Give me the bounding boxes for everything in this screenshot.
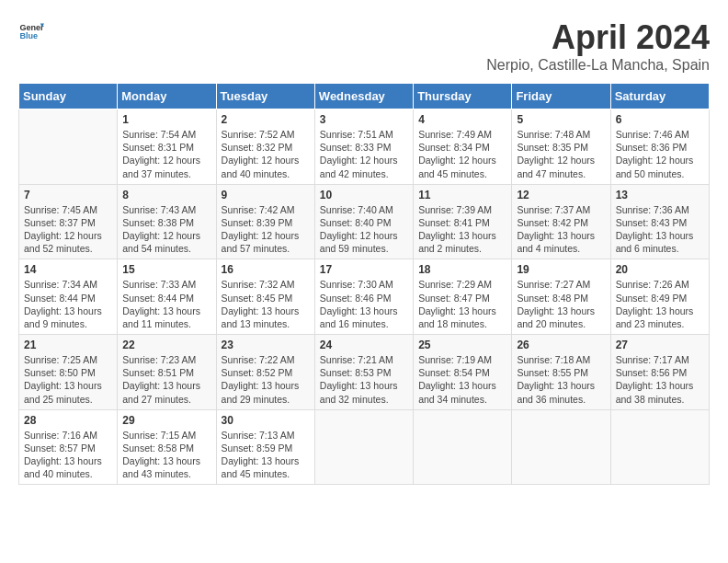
day-header-tuesday: Tuesday [216, 84, 314, 109]
day-header-monday: Monday [118, 84, 216, 109]
calendar-cell: 25Sunrise: 7:19 AM Sunset: 8:54 PM Dayli… [414, 335, 512, 410]
day-number: 15 [122, 263, 210, 276]
cell-content: Sunrise: 7:42 AM Sunset: 8:39 PM Dayligh… [222, 203, 310, 256]
calendar-week-row: 21Sunrise: 7:25 AM Sunset: 8:50 PM Dayli… [19, 335, 710, 410]
cell-content: Sunrise: 7:54 AM Sunset: 8:31 PM Dayligh… [122, 128, 210, 180]
calendar-cell: 15Sunrise: 7:33 AM Sunset: 8:44 PM Dayli… [118, 259, 216, 335]
day-header-wednesday: Wednesday [314, 84, 413, 109]
cell-content: Sunrise: 7:27 AM Sunset: 8:48 PM Dayligh… [517, 278, 605, 330]
header: General Blue April 2024 Nerpio, Castille… [18, 18, 710, 74]
day-number: 14 [24, 263, 112, 276]
day-number: 9 [222, 189, 310, 201]
day-number: 30 [222, 414, 310, 427]
day-header-sunday: Sunday [19, 84, 118, 109]
day-number: 2 [222, 113, 310, 126]
cell-content: Sunrise: 7:29 AM Sunset: 8:47 PM Dayligh… [418, 278, 506, 330]
calendar-cell [314, 409, 413, 485]
cell-content: Sunrise: 7:39 AM Sunset: 8:41 PM Dayligh… [418, 203, 506, 256]
calendar-cell: 7Sunrise: 7:45 AM Sunset: 8:37 PM Daylig… [19, 184, 118, 259]
calendar-cell: 5Sunrise: 7:48 AM Sunset: 8:35 PM Daylig… [512, 109, 610, 185]
day-number: 17 [320, 263, 408, 276]
day-number: 24 [320, 339, 408, 351]
calendar-cell: 10Sunrise: 7:40 AM Sunset: 8:40 PM Dayli… [314, 184, 413, 259]
day-number: 3 [320, 113, 408, 126]
cell-content: Sunrise: 7:36 AM Sunset: 8:43 PM Dayligh… [616, 203, 704, 256]
cell-content: Sunrise: 7:22 AM Sunset: 8:52 PM Dayligh… [222, 353, 310, 406]
day-number: 26 [517, 339, 605, 351]
calendar-cell: 13Sunrise: 7:36 AM Sunset: 8:43 PM Dayli… [610, 184, 709, 259]
cell-content: Sunrise: 7:46 AM Sunset: 8:36 PM Dayligh… [616, 128, 704, 180]
calendar-cell: 20Sunrise: 7:26 AM Sunset: 8:49 PM Dayli… [610, 259, 709, 335]
cell-content: Sunrise: 7:51 AM Sunset: 8:33 PM Dayligh… [320, 128, 408, 180]
day-number: 21 [24, 339, 112, 351]
svg-text:General: General [19, 23, 44, 32]
cell-content: Sunrise: 7:34 AM Sunset: 8:44 PM Dayligh… [24, 278, 112, 330]
day-number: 4 [418, 113, 506, 126]
days-header-row: SundayMondayTuesdayWednesdayThursdayFrid… [19, 84, 710, 109]
day-number: 5 [517, 113, 605, 126]
cell-content: Sunrise: 7:40 AM Sunset: 8:40 PM Dayligh… [320, 203, 408, 256]
day-number: 22 [122, 339, 210, 351]
calendar-cell: 8Sunrise: 7:43 AM Sunset: 8:38 PM Daylig… [118, 184, 216, 259]
logo: General Blue [18, 18, 44, 44]
cell-content: Sunrise: 7:18 AM Sunset: 8:55 PM Dayligh… [517, 353, 605, 406]
day-number: 10 [320, 189, 408, 201]
cell-content: Sunrise: 7:37 AM Sunset: 8:42 PM Dayligh… [517, 203, 605, 256]
calendar-table: SundayMondayTuesdayWednesdayThursdayFrid… [18, 83, 710, 485]
calendar-cell: 3Sunrise: 7:51 AM Sunset: 8:33 PM Daylig… [314, 109, 413, 185]
title-area: April 2024 Nerpio, Castille-La Mancha, S… [486, 18, 710, 74]
day-number: 18 [418, 263, 506, 276]
cell-content: Sunrise: 7:43 AM Sunset: 8:38 PM Dayligh… [122, 203, 210, 256]
day-number: 16 [222, 263, 310, 276]
day-number: 27 [616, 339, 704, 351]
calendar-cell: 16Sunrise: 7:32 AM Sunset: 8:45 PM Dayli… [216, 259, 314, 335]
calendar-cell [19, 109, 118, 185]
day-number: 11 [418, 189, 506, 201]
cell-content: Sunrise: 7:19 AM Sunset: 8:54 PM Dayligh… [418, 353, 506, 406]
cell-content: Sunrise: 7:30 AM Sunset: 8:46 PM Dayligh… [320, 278, 408, 330]
calendar-week-row: 1Sunrise: 7:54 AM Sunset: 8:31 PM Daylig… [19, 109, 710, 185]
calendar-cell: 23Sunrise: 7:22 AM Sunset: 8:52 PM Dayli… [216, 335, 314, 410]
calendar-cell: 2Sunrise: 7:52 AM Sunset: 8:32 PM Daylig… [216, 109, 314, 185]
calendar-cell: 19Sunrise: 7:27 AM Sunset: 8:48 PM Dayli… [512, 259, 610, 335]
cell-content: Sunrise: 7:32 AM Sunset: 8:45 PM Dayligh… [222, 278, 310, 330]
cell-content: Sunrise: 7:16 AM Sunset: 8:57 PM Dayligh… [24, 429, 112, 481]
month-title: April 2024 [486, 18, 710, 57]
cell-content: Sunrise: 7:26 AM Sunset: 8:49 PM Dayligh… [616, 278, 704, 330]
calendar-cell [512, 409, 610, 485]
cell-content: Sunrise: 7:33 AM Sunset: 8:44 PM Dayligh… [122, 278, 210, 330]
day-header-friday: Friday [512, 84, 610, 109]
day-header-saturday: Saturday [610, 84, 709, 109]
cell-content: Sunrise: 7:21 AM Sunset: 8:53 PM Dayligh… [320, 353, 408, 406]
calendar-cell [414, 409, 512, 485]
calendar-cell: 11Sunrise: 7:39 AM Sunset: 8:41 PM Dayli… [414, 184, 512, 259]
calendar-cell: 12Sunrise: 7:37 AM Sunset: 8:42 PM Dayli… [512, 184, 610, 259]
calendar-cell: 14Sunrise: 7:34 AM Sunset: 8:44 PM Dayli… [19, 259, 118, 335]
day-header-thursday: Thursday [414, 84, 512, 109]
calendar-cell: 6Sunrise: 7:46 AM Sunset: 8:36 PM Daylig… [610, 109, 709, 185]
day-number: 19 [517, 263, 605, 276]
cell-content: Sunrise: 7:49 AM Sunset: 8:34 PM Dayligh… [418, 128, 506, 180]
cell-content: Sunrise: 7:48 AM Sunset: 8:35 PM Dayligh… [517, 128, 605, 180]
day-number: 25 [418, 339, 506, 351]
calendar-week-row: 14Sunrise: 7:34 AM Sunset: 8:44 PM Dayli… [19, 259, 710, 335]
cell-content: Sunrise: 7:17 AM Sunset: 8:56 PM Dayligh… [616, 353, 704, 406]
day-number: 6 [616, 113, 704, 126]
day-number: 7 [24, 189, 112, 201]
calendar-cell: 18Sunrise: 7:29 AM Sunset: 8:47 PM Dayli… [414, 259, 512, 335]
day-number: 12 [517, 189, 605, 201]
calendar-cell: 9Sunrise: 7:42 AM Sunset: 8:39 PM Daylig… [216, 184, 314, 259]
location-title: Nerpio, Castille-La Mancha, Spain [486, 57, 710, 74]
calendar-cell: 24Sunrise: 7:21 AM Sunset: 8:53 PM Dayli… [314, 335, 413, 410]
day-number: 13 [616, 189, 704, 201]
calendar-cell: 4Sunrise: 7:49 AM Sunset: 8:34 PM Daylig… [414, 109, 512, 185]
cell-content: Sunrise: 7:15 AM Sunset: 8:58 PM Dayligh… [122, 429, 210, 481]
calendar-cell [610, 409, 709, 485]
day-number: 8 [122, 189, 210, 201]
calendar-cell: 22Sunrise: 7:23 AM Sunset: 8:51 PM Dayli… [118, 335, 216, 410]
cell-content: Sunrise: 7:25 AM Sunset: 8:50 PM Dayligh… [24, 353, 112, 406]
day-number: 29 [122, 414, 210, 427]
calendar-cell: 27Sunrise: 7:17 AM Sunset: 8:56 PM Dayli… [610, 335, 709, 410]
calendar-cell: 28Sunrise: 7:16 AM Sunset: 8:57 PM Dayli… [19, 409, 118, 485]
day-number: 28 [24, 414, 112, 427]
